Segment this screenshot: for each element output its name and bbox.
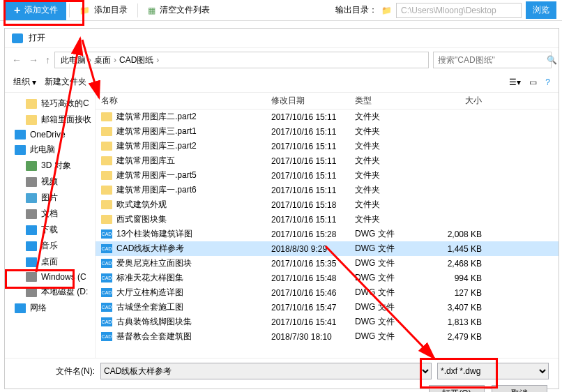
separator: [137, 3, 138, 17]
file-row[interactable]: CAD大厅立柱构造详图2017/10/16 15:46DWG 文件127 KB: [96, 285, 559, 300]
folder-icon: [101, 186, 112, 195]
sidebar-item[interactable]: Windows (C: [5, 270, 95, 284]
file-date: 2018/7/30 18:10: [271, 332, 355, 342]
file-row[interactable]: CADCAD线板大样参考2018/8/30 9:29DWG 文件1,445 KB: [96, 241, 559, 256]
file-row[interactable]: 建筑常用图库三.part22017/10/16 15:11文件夹: [96, 139, 559, 153]
file-type: 文件夹: [355, 199, 432, 211]
sidebar-item[interactable]: 邮箱里面接收: [5, 112, 95, 128]
bottom-bar: 文件名(N): CAD线板大样参考 *.dxf *.dwg 打开(O) 取消: [5, 358, 559, 392]
sidebar-item-label: 此电脑: [30, 144, 55, 156]
search-input[interactable]: [438, 55, 542, 65]
folder-icon: [101, 200, 112, 209]
file-type: DWG 文件: [355, 272, 432, 284]
sidebar-item-label: 视频: [41, 176, 58, 188]
cancel-button[interactable]: 取消: [492, 385, 547, 392]
breadcrumb-row: ← → ↑ 此电脑 › 桌面 › CAD图纸 › 🔍: [5, 48, 559, 72]
file-list: 名称 修改日期 类型 大小 建筑常用图库二.part22017/10/16 15…: [96, 93, 559, 358]
sidebar-item[interactable]: 轻巧高效的C: [5, 96, 95, 112]
sidebar-item-label: 本地磁盘 (D:: [41, 286, 88, 298]
filetype-select[interactable]: *.dxf *.dwg: [437, 363, 549, 379]
file-type: 文件夹: [355, 184, 432, 196]
file-type: DWG 文件: [355, 287, 432, 299]
breadcrumb-path[interactable]: 此电脑 › 桌面 › CAD图纸 ›: [54, 52, 429, 68]
breadcrumb-segment[interactable]: 桌面: [94, 54, 111, 66]
folder-icon: [26, 99, 37, 109]
col-name-header[interactable]: 名称: [96, 95, 271, 107]
file-row[interactable]: 欧式建筑外观2017/10/16 15:18文件夹: [96, 197, 559, 212]
filename-select[interactable]: CAD线板大样参考: [100, 363, 432, 379]
browse-button[interactable]: 浏览: [526, 1, 556, 19]
green-icon: [26, 161, 37, 171]
folder-icon: [101, 215, 112, 224]
sidebar-item[interactable]: 桌面: [5, 254, 95, 270]
sidebar-item[interactable]: 本地磁盘 (D:: [5, 284, 95, 300]
file-row[interactable]: 建筑常用图库一.part62017/10/16 15:11文件夹: [96, 183, 559, 197]
view-mode-button[interactable]: ☰▾: [509, 77, 521, 87]
file-row[interactable]: CAD13个柱装饰建筑详图2017/10/16 15:28DWG 文件2,008…: [96, 227, 559, 241]
up-button[interactable]: ↑: [45, 54, 50, 66]
file-name: 建筑常用图库五: [116, 155, 175, 167]
file-row[interactable]: 建筑常用图库一.part52017/10/16 15:11文件夹: [96, 168, 559, 183]
file-date: 2017/10/16 15:11: [271, 186, 355, 195]
file-row[interactable]: 建筑常用图库五2017/10/16 15:11文件夹: [96, 153, 559, 168]
sidebar-item[interactable]: 网络: [5, 300, 95, 316]
forward-button[interactable]: →: [29, 54, 38, 66]
sidebar-item-label: 音乐: [41, 240, 58, 252]
file-row[interactable]: 建筑常用图库三.part12017/10/16 15:11文件夹: [96, 124, 559, 139]
sidebar-item[interactable]: 音乐: [5, 238, 95, 254]
breadcrumb-segment[interactable]: 此电脑: [61, 54, 86, 66]
sidebar-item[interactable]: 下载: [5, 222, 95, 238]
file-row[interactable]: CAD古城堡全套施工图2017/10/16 15:47DWG 文件3,407 K…: [96, 300, 559, 315]
output-label: 输出目录：: [335, 4, 377, 16]
clear-list-button[interactable]: ▦ 清空文件列表: [141, 0, 217, 20]
preview-button[interactable]: ▭: [529, 77, 537, 87]
sidebar-item[interactable]: 文档: [5, 206, 95, 222]
clear-list-label: 清空文件列表: [160, 4, 210, 16]
file-name: 大厅立柱构造详图: [116, 287, 183, 299]
blue-icon: [15, 130, 26, 140]
sidebar-item[interactable]: 视频: [5, 174, 95, 190]
sidebar-item[interactable]: 此电脑: [5, 142, 95, 158]
file-name: 建筑常用图库一.part6: [116, 184, 197, 196]
gray-icon: [26, 209, 37, 219]
file-row[interactable]: CAD标准天花大样图集2017/10/16 15:48DWG 文件994 KB: [96, 271, 559, 285]
file-date: 2017/10/16 15:11: [271, 142, 355, 151]
sidebar-item[interactable]: 图片: [5, 190, 95, 206]
col-type-header[interactable]: 类型: [355, 95, 432, 107]
folder-icon: [101, 127, 112, 136]
add-dir-button[interactable]: 📁 添加目录: [73, 0, 135, 20]
chevron-right-icon: ›: [89, 55, 91, 65]
file-type: DWG 文件: [355, 228, 432, 240]
file-size: 2,479 KB: [432, 332, 487, 342]
sidebar-item[interactable]: 3D 对象: [5, 158, 95, 174]
breadcrumb-segment[interactable]: CAD图纸: [119, 54, 153, 66]
dialog-title-text: 打开: [29, 32, 45, 44]
help-button[interactable]: ?: [545, 77, 550, 87]
output-path-input[interactable]: [396, 3, 522, 18]
col-date-header[interactable]: 修改日期: [271, 95, 355, 107]
back-button[interactable]: ←: [12, 54, 22, 66]
gray-icon: [26, 272, 37, 282]
blue-icon: [15, 145, 26, 155]
dwg-icon: CAD: [101, 332, 112, 341]
file-row[interactable]: 西式窗图块集2017/10/16 15:11文件夹: [96, 212, 559, 227]
col-size-header[interactable]: 大小: [432, 95, 487, 107]
sidebar-item[interactable]: OneDrive: [5, 128, 95, 142]
open-button[interactable]: 打开(O): [429, 385, 485, 392]
dwg-icon: CAD: [101, 303, 112, 312]
file-size: 127 KB: [432, 288, 487, 298]
sidebar-item-label: 网络: [30, 302, 47, 314]
folder-icon: [26, 115, 37, 125]
file-name: 建筑常用图库二.part2: [116, 111, 197, 123]
search-box[interactable]: 🔍: [433, 52, 552, 68]
file-row[interactable]: 建筑常用图库二.part22017/10/16 15:11文件夹: [96, 110, 559, 124]
add-file-button[interactable]: + 添加文件: [6, 0, 66, 20]
file-row[interactable]: CAD爱奥尼克柱立面图块2017/10/16 15:35DWG 文件2,468 …: [96, 256, 559, 271]
dwg-icon: CAD: [101, 229, 112, 239]
organize-button[interactable]: 组织 ▾: [13, 76, 36, 88]
file-name: 欧式建筑外观: [116, 199, 167, 211]
file-row[interactable]: CAD基督教会全套建筑图2018/7/30 18:10DWG 文件2,479 K…: [96, 329, 559, 344]
file-row[interactable]: CAD古典装饰线脚图块集2017/10/16 15:41DWG 文件1,813 …: [96, 315, 559, 329]
chevron-right-icon: ›: [156, 55, 159, 65]
new-folder-button[interactable]: 新建文件夹: [45, 76, 86, 88]
